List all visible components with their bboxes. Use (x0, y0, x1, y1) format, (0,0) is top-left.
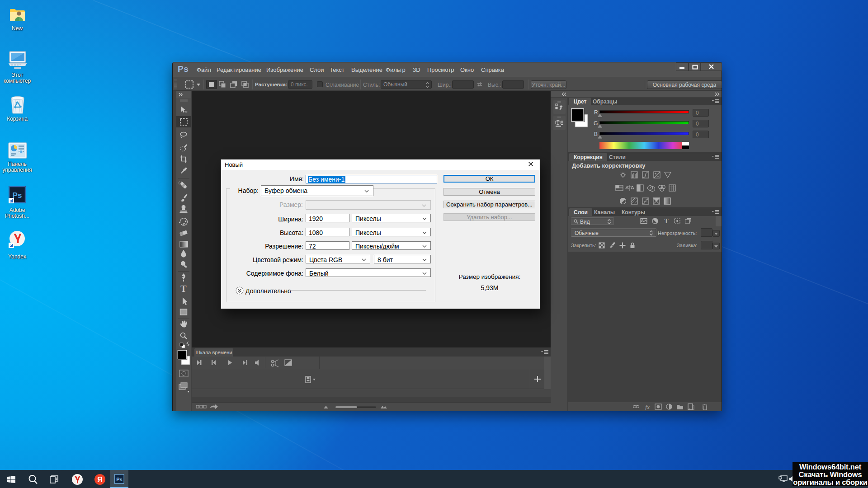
svg-text:T: T (664, 218, 669, 225)
svg-text:T: T (180, 284, 187, 294)
svg-text:Ps: Ps (116, 477, 122, 482)
svg-text:fx: fx (645, 404, 650, 410)
svg-text:Я: Я (97, 476, 103, 483)
